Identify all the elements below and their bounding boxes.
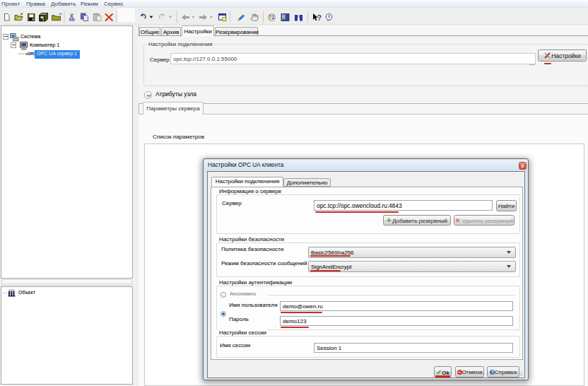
svg-text:M: M [283,13,285,17]
svg-text:?: ? [317,13,322,22]
